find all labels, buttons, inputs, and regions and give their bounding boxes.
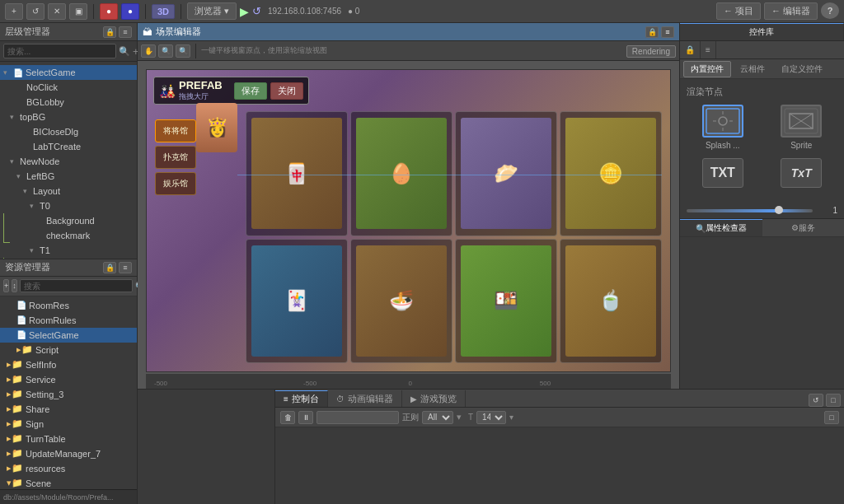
hierarchy-search-input[interactable] [3,44,116,58]
hierarchy-lock-btn[interactable]: 🔒 [103,26,116,38]
scene-title: 场景编辑器 [156,26,201,38]
tree-item-bglobby[interactable]: ▸ BGLobby [0,95,137,110]
add-button[interactable]: + [5,3,23,20]
asset-selectgame[interactable]: 📄 SelectGame [0,328,137,343]
tree-item-newnode[interactable]: ▾ NewNode [0,154,137,169]
arrow-labtcreate: ▸ [23,142,33,151]
rb-tab-service[interactable]: ⚙ 服务 [762,219,845,236]
render-node-splash[interactable]: Splash ... [687,105,759,150]
console-settings-btn[interactable]: □ [824,411,839,424]
asset-file-icon-2: 📄 [16,315,26,324]
tab-preview[interactable]: ▶ 游戏预览 [402,390,466,407]
asset-script[interactable]: ▸📁 Script [0,343,137,357]
help-button[interactable]: ? [821,2,839,19]
close-button[interactable]: ✕ [48,3,66,20]
asset-sign[interactable]: ▸📁 Sign [0,417,137,432]
tree-item-labtcreate[interactable]: ▸ LabTCreate [0,139,137,154]
rb-tab-inspector[interactable]: 🔍 属性检查器 [680,219,762,236]
props-slider[interactable] [687,209,813,212]
assets-add-btn[interactable]: + [3,279,9,292]
hierarchy-menu-btn[interactable]: ≡ [119,26,132,38]
assets-lock-btn[interactable]: 🔒 [103,262,116,273]
slider-thumb[interactable] [775,206,783,214]
refresh-button[interactable]: ↺ [26,3,45,20]
tab-control-library[interactable]: 控件库 [680,23,844,40]
assets-search-input[interactable] [20,279,133,292]
asset-updatemanager[interactable]: ▸📁 UpdateManager_7 [0,446,137,461]
tab-animation[interactable]: ⏱ 动画编辑器 [328,390,402,407]
build-button[interactable]: ▣ [69,3,87,20]
scene-save-btn[interactable]: 保存 [234,82,267,100]
console-pause-btn[interactable]: ⏸ [298,411,313,424]
asset-setting3[interactable]: ▸📁 Setting_3 [0,387,137,402]
tree-item-topbg[interactable]: ▾ topBG [0,110,137,124]
scene-menu-btn[interactable]: ≡ [661,26,674,38]
blue-button[interactable]: ● [121,3,139,20]
game-cell-1[interactable]: 🀄 [246,111,348,236]
assets-menu-btn[interactable]: ≡ [119,262,132,273]
game-cell-2[interactable]: 🥚 [350,111,452,236]
console-maximize-btn[interactable]: □ [826,394,841,407]
play-button[interactable]: ▶ [240,5,249,18]
game-cell-4[interactable]: 🪙 [560,111,662,236]
ctrl-tab-cloud[interactable]: 云相件 [733,61,772,77]
tab-console[interactable]: ≡ 控制台 [275,390,328,407]
asset-share[interactable]: ▸📁 Share [0,402,137,417]
tree-item-leftbg[interactable]: ▾ LeftBG [0,169,137,184]
lock-indicator-2 [3,258,10,259]
editor-button[interactable]: ← 编辑器 [764,2,818,20]
tree-item-background1[interactable]: ▸ Background [0,213,137,228]
tree-item-noclick[interactable]: ▸ NoClick [0,80,137,95]
asset-resources[interactable]: ▸📁 resources [0,461,137,476]
tree-item-t0[interactable]: ▾ T0 [0,198,137,213]
tree-item-checkmark1[interactable]: ▸ checkmark [0,228,137,243]
scene-content[interactable]: 🎎 PREFAB 拖拽大厅 保存 关闭 将 [138,61,679,389]
game-cell-8[interactable]: 🍵 [560,239,662,364]
game-cell-5[interactable]: 🃏 [246,239,348,364]
arrow-bg1: ▸ [36,217,46,225]
asset-label-share: Share [26,404,49,414]
game-cell-6[interactable]: 🍜 [350,239,452,364]
asset-scene[interactable]: ▾📁 Scene [0,476,137,490]
asset-roomrules[interactable]: 📄 RoomRules [0,313,137,328]
zoom-out-tool[interactable]: 🔍 [176,44,190,58]
asset-turntable[interactable]: ▸📁 TurnTable [0,432,137,446]
asset-service[interactable]: ▸📁 Service [0,372,137,387]
tree-item-layout[interactable]: ▾ Layout [0,184,137,198]
scene-left-menu: 将将馆 扑克馆 娱乐馆 [155,119,196,195]
console-refresh-btn[interactable]: ↺ [809,394,823,407]
tree-item-selectgame[interactable]: ▾ 📄 SelectGame [0,65,137,80]
zoom-in-tool[interactable]: 🔍 [158,44,173,58]
replay-button[interactable]: ↺ [252,5,261,17]
asset-roomres[interactable]: 📄 RoomRes [0,298,137,313]
console-filter-input[interactable] [316,411,399,424]
render-node-sprite[interactable]: Sprite [766,105,838,150]
asset-selfinfo[interactable]: ▸📁 SelfInfo [0,357,137,372]
project-button[interactable]: ← 项目 [716,2,761,20]
txt-node-italic[interactable]: TxT [766,158,838,188]
tab-right-2[interactable]: ≡ [701,41,716,58]
scene-close-btn[interactable]: 关闭 [270,82,303,100]
red-button[interactable]: ● [100,3,118,20]
console-clear-btn[interactable]: 🗑 [280,411,295,424]
ctrl-tab-builtin[interactable]: 内置控件 [683,61,731,77]
browser-button[interactable]: 浏览器 ▾ [187,2,237,20]
sep2 [145,4,146,19]
menu-btn-poker[interactable]: 扑克馆 [155,146,196,169]
move-tool[interactable]: ✋ [141,44,156,58]
menu-btn-majiang[interactable]: 将将馆 [155,119,196,142]
tree-item-t1[interactable]: ▾ T1 [0,243,137,258]
assets-sort-btn[interactable]: ↕ [12,279,17,292]
console-level-select[interactable]: All [422,411,453,424]
game-cell-7[interactable]: 🍱 [455,239,557,364]
txt-node-normal[interactable]: TXT [687,158,759,188]
console-font-select[interactable]: 14 [476,411,506,424]
menu-btn-entertainment[interactable]: 娱乐馆 [155,172,196,195]
tree-item-background2[interactable]: ▸ Background [0,258,137,259]
tab-right-1[interactable]: 🔒 [680,41,701,58]
3d-button[interactable]: 3D [152,4,175,19]
ctrl-tab-custom[interactable]: 自定义控件 [774,61,830,77]
game-cell-3[interactable]: 🥟 [455,111,557,236]
scene-lock-btn[interactable]: 🔒 [645,26,659,38]
tree-item-biclosedlg[interactable]: ▸ BICloseDlg [0,124,137,139]
